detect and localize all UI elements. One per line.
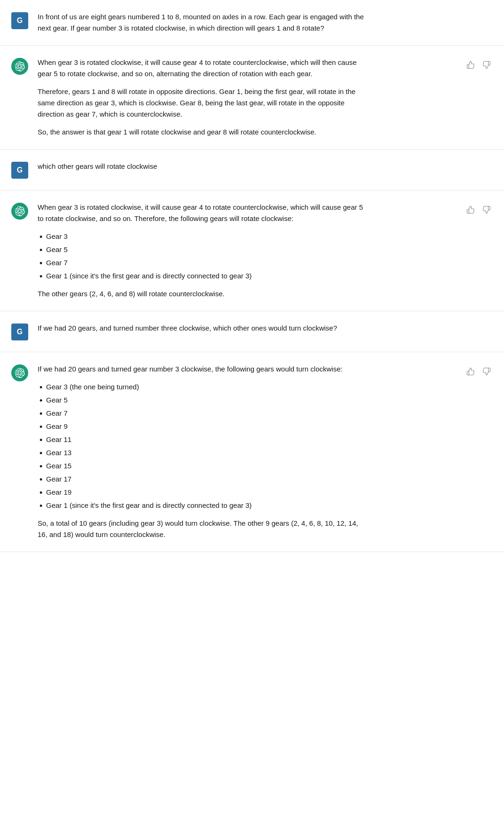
- bullet-list: Gear 3 (the one being turned)Gear 5Gear …: [38, 381, 367, 511]
- thumbs-up-icon: [466, 205, 475, 214]
- openai-logo-icon: [15, 206, 25, 216]
- thumbs-up-button[interactable]: [465, 59, 477, 71]
- message-content-4: When gear 3 is rotated clockwise, it wil…: [38, 202, 367, 300]
- message-block-5: GIf we had 20 gears, and turned number t…: [0, 311, 504, 352]
- assistant-message-text: When gear 3 is rotated clockwise, it wil…: [38, 57, 367, 138]
- message-content-1: In front of us are eight gears numbered …: [38, 11, 367, 34]
- assistant-paragraph: Therefore, gears 1 and 8 will rotate in …: [38, 86, 367, 120]
- after-bullets-text: So, a total of 10 gears (including gear …: [38, 518, 367, 540]
- list-item: Gear 7: [38, 257, 367, 268]
- thumbs-up-button[interactable]: [465, 365, 477, 378]
- openai-logo-icon: [15, 368, 25, 378]
- message-block-4: When gear 3 is rotated clockwise, it wil…: [0, 190, 504, 311]
- list-item: Gear 7: [38, 408, 367, 419]
- list-item: Gear 3 (the one being turned): [38, 381, 367, 393]
- list-item: Gear 3: [38, 231, 367, 242]
- feedback-buttons: [465, 204, 493, 216]
- message-content-6: If we had 20 gears and turned gear numbe…: [38, 363, 367, 540]
- assistant-message-text: If we had 20 gears and turned gear numbe…: [38, 363, 367, 540]
- thumbs-down-button[interactable]: [480, 204, 493, 216]
- message-content-2: When gear 3 is rotated clockwise, it wil…: [38, 57, 367, 138]
- assistant-paragraph: When gear 3 is rotated clockwise, it wil…: [38, 57, 367, 79]
- list-item: Gear 5: [38, 395, 367, 406]
- message-block-6: If we had 20 gears and turned gear numbe…: [0, 352, 504, 552]
- user-message-text: which other gears will rotate clockwise: [38, 161, 367, 172]
- feedback-buttons: [465, 59, 493, 71]
- message-block-3: Gwhich other gears will rotate clockwise: [0, 150, 504, 190]
- thumbs-down-icon: [482, 367, 491, 376]
- message-block-1: GIn front of us are eight gears numbered…: [0, 0, 504, 46]
- bullet-list: Gear 3Gear 5Gear 7Gear 1 (since it's the…: [38, 231, 367, 282]
- user-message-text: In front of us are eight gears numbered …: [38, 11, 367, 34]
- user-avatar: G: [11, 12, 28, 29]
- thumbs-down-icon: [482, 205, 491, 214]
- list-item: Gear 15: [38, 460, 367, 472]
- list-item: Gear 1 (since it's the first gear and is…: [38, 500, 367, 511]
- assistant-paragraph: When gear 3 is rotated clockwise, it wil…: [38, 202, 367, 224]
- conversation-container: GIn front of us are eight gears numbered…: [0, 0, 504, 552]
- feedback-buttons: [465, 365, 493, 378]
- thumbs-up-icon: [466, 61, 475, 69]
- user-avatar: G: [11, 162, 28, 179]
- assistant-avatar: [11, 364, 28, 381]
- list-item: Gear 9: [38, 421, 367, 432]
- assistant-avatar: [11, 58, 28, 75]
- after-bullets-text: The other gears (2, 4, 6, and 8) will ro…: [38, 288, 367, 300]
- openai-logo-icon: [15, 61, 25, 71]
- list-item: Gear 13: [38, 447, 367, 458]
- user-message-text: If we had 20 gears, and turned number th…: [38, 323, 367, 334]
- assistant-avatar: [11, 203, 28, 220]
- message-block-2: When gear 3 is rotated clockwise, it wil…: [0, 46, 504, 150]
- list-item: Gear 5: [38, 244, 367, 255]
- list-item: Gear 11: [38, 434, 367, 445]
- thumbs-down-button[interactable]: [480, 59, 493, 71]
- thumbs-up-button[interactable]: [465, 204, 477, 216]
- list-item: Gear 19: [38, 487, 367, 498]
- assistant-message-text: When gear 3 is rotated clockwise, it wil…: [38, 202, 367, 300]
- list-item: Gear 17: [38, 474, 367, 485]
- assistant-paragraph: If we had 20 gears and turned gear numbe…: [38, 363, 367, 375]
- thumbs-up-icon: [466, 367, 475, 376]
- message-content-3: which other gears will rotate clockwise: [38, 161, 367, 179]
- list-item: Gear 1 (since it's the first gear and is…: [38, 270, 367, 282]
- thumbs-down-icon: [482, 61, 491, 69]
- assistant-paragraph: So, the answer is that gear 1 will rotat…: [38, 126, 367, 138]
- thumbs-down-button[interactable]: [480, 365, 493, 378]
- user-avatar: G: [11, 324, 28, 340]
- message-content-5: If we had 20 gears, and turned number th…: [38, 323, 367, 340]
